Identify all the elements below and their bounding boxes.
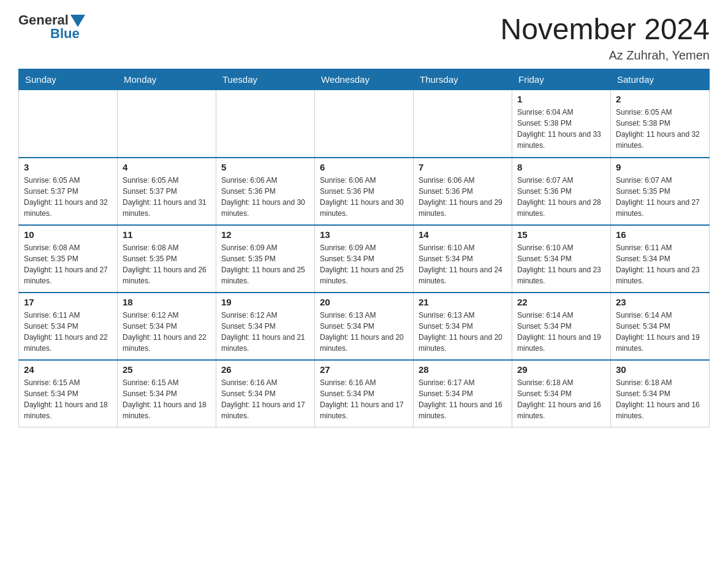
- calendar-cell: 29Sunrise: 6:18 AM Sunset: 5:34 PM Dayli…: [512, 360, 611, 427]
- calendar-cell: 1Sunrise: 6:04 AM Sunset: 5:38 PM Daylig…: [512, 90, 611, 158]
- header-friday: Friday: [512, 69, 611, 90]
- header-saturday: Saturday: [611, 69, 710, 90]
- day-number: 28: [419, 364, 507, 375]
- day-info: Sunrise: 6:08 AM Sunset: 5:35 PM Dayligh…: [123, 242, 211, 286]
- week-row-1: 1Sunrise: 6:04 AM Sunset: 5:38 PM Daylig…: [19, 90, 710, 158]
- calendar-cell: 13Sunrise: 6:09 AM Sunset: 5:34 PM Dayli…: [315, 225, 414, 293]
- header-monday: Monday: [118, 69, 216, 90]
- page-header: General Blue November 2024 Az Zuhrah, Ye…: [18, 12, 710, 63]
- day-info: Sunrise: 6:08 AM Sunset: 5:35 PM Dayligh…: [24, 242, 112, 286]
- day-number: 16: [616, 229, 704, 240]
- calendar-cell: 11Sunrise: 6:08 AM Sunset: 5:35 PM Dayli…: [118, 225, 216, 293]
- calendar-cell: 25Sunrise: 6:15 AM Sunset: 5:34 PM Dayli…: [118, 360, 216, 427]
- day-info: Sunrise: 6:04 AM Sunset: 5:38 PM Dayligh…: [517, 107, 605, 151]
- weekday-header-row: Sunday Monday Tuesday Wednesday Thursday…: [19, 69, 710, 90]
- day-info: Sunrise: 6:06 AM Sunset: 5:36 PM Dayligh…: [320, 175, 408, 219]
- day-number: 7: [419, 162, 507, 172]
- logo-triangle-icon: [70, 15, 85, 27]
- header-wednesday: Wednesday: [315, 69, 414, 90]
- logo: General Blue: [18, 12, 87, 42]
- day-info: Sunrise: 6:06 AM Sunset: 5:36 PM Dayligh…: [221, 175, 309, 219]
- calendar-cell: 28Sunrise: 6:17 AM Sunset: 5:34 PM Dayli…: [414, 360, 512, 427]
- calendar-cell: 17Sunrise: 6:11 AM Sunset: 5:34 PM Dayli…: [19, 293, 118, 360]
- day-number: 30: [616, 364, 704, 375]
- day-info: Sunrise: 6:07 AM Sunset: 5:36 PM Dayligh…: [517, 175, 605, 219]
- day-number: 11: [123, 229, 211, 240]
- day-number: 3: [24, 162, 112, 172]
- day-info: Sunrise: 6:06 AM Sunset: 5:36 PM Dayligh…: [419, 175, 507, 219]
- day-info: Sunrise: 6:09 AM Sunset: 5:35 PM Dayligh…: [221, 242, 309, 286]
- day-info: Sunrise: 6:05 AM Sunset: 5:38 PM Dayligh…: [616, 107, 704, 151]
- day-number: 10: [24, 229, 112, 240]
- day-number: 17: [24, 297, 112, 307]
- day-number: 2: [616, 94, 704, 104]
- day-number: 13: [320, 229, 408, 240]
- day-info: Sunrise: 6:11 AM Sunset: 5:34 PM Dayligh…: [24, 310, 112, 354]
- day-number: 14: [419, 229, 507, 240]
- day-number: 26: [221, 364, 309, 375]
- day-info: Sunrise: 6:16 AM Sunset: 5:34 PM Dayligh…: [320, 377, 408, 421]
- day-info: Sunrise: 6:18 AM Sunset: 5:34 PM Dayligh…: [616, 377, 704, 421]
- day-info: Sunrise: 6:10 AM Sunset: 5:34 PM Dayligh…: [517, 242, 605, 286]
- day-info: Sunrise: 6:05 AM Sunset: 5:37 PM Dayligh…: [24, 175, 112, 219]
- day-number: 6: [320, 162, 408, 172]
- day-number: 5: [221, 162, 309, 172]
- day-number: 18: [123, 297, 211, 307]
- calendar-cell: 20Sunrise: 6:13 AM Sunset: 5:34 PM Dayli…: [315, 293, 414, 360]
- day-number: 19: [221, 297, 309, 307]
- calendar-cell: 2Sunrise: 6:05 AM Sunset: 5:38 PM Daylig…: [611, 90, 710, 158]
- day-info: Sunrise: 6:12 AM Sunset: 5:34 PM Dayligh…: [123, 310, 211, 354]
- day-number: 25: [123, 364, 211, 375]
- week-row-5: 24Sunrise: 6:15 AM Sunset: 5:34 PM Dayli…: [19, 360, 710, 427]
- day-info: Sunrise: 6:16 AM Sunset: 5:34 PM Dayligh…: [221, 377, 309, 421]
- location-subtitle: Az Zuhrah, Yemen: [500, 48, 710, 63]
- calendar-cell: 12Sunrise: 6:09 AM Sunset: 5:35 PM Dayli…: [216, 225, 315, 293]
- day-number: 15: [517, 229, 605, 240]
- logo-blue-text: Blue: [50, 26, 80, 42]
- day-number: 23: [616, 297, 704, 307]
- calendar-cell: 21Sunrise: 6:13 AM Sunset: 5:34 PM Dayli…: [414, 293, 512, 360]
- calendar-cell: 8Sunrise: 6:07 AM Sunset: 5:36 PM Daylig…: [512, 158, 611, 225]
- calendar-cell: [19, 90, 118, 158]
- day-info: Sunrise: 6:12 AM Sunset: 5:34 PM Dayligh…: [221, 310, 309, 354]
- day-info: Sunrise: 6:17 AM Sunset: 5:34 PM Dayligh…: [419, 377, 507, 421]
- day-info: Sunrise: 6:07 AM Sunset: 5:35 PM Dayligh…: [616, 175, 704, 219]
- calendar-cell: [315, 90, 414, 158]
- header-sunday: Sunday: [19, 69, 118, 90]
- day-info: Sunrise: 6:13 AM Sunset: 5:34 PM Dayligh…: [419, 310, 507, 354]
- day-number: 27: [320, 364, 408, 375]
- day-number: 24: [24, 364, 112, 375]
- day-info: Sunrise: 6:05 AM Sunset: 5:37 PM Dayligh…: [123, 175, 211, 219]
- day-number: 29: [517, 364, 605, 375]
- day-info: Sunrise: 6:14 AM Sunset: 5:34 PM Dayligh…: [616, 310, 704, 354]
- day-info: Sunrise: 6:15 AM Sunset: 5:34 PM Dayligh…: [24, 377, 112, 421]
- day-info: Sunrise: 6:15 AM Sunset: 5:34 PM Dayligh…: [123, 377, 211, 421]
- day-number: 8: [517, 162, 605, 172]
- week-row-2: 3Sunrise: 6:05 AM Sunset: 5:37 PM Daylig…: [19, 158, 710, 225]
- day-info: Sunrise: 6:09 AM Sunset: 5:34 PM Dayligh…: [320, 242, 408, 286]
- calendar-table: Sunday Monday Tuesday Wednesday Thursday…: [18, 69, 710, 427]
- header-thursday: Thursday: [414, 69, 512, 90]
- day-info: Sunrise: 6:13 AM Sunset: 5:34 PM Dayligh…: [320, 310, 408, 354]
- calendar-cell: 30Sunrise: 6:18 AM Sunset: 5:34 PM Dayli…: [611, 360, 710, 427]
- calendar-cell: [118, 90, 216, 158]
- title-block: November 2024 Az Zuhrah, Yemen: [500, 12, 710, 63]
- calendar-cell: [216, 90, 315, 158]
- calendar-cell: 4Sunrise: 6:05 AM Sunset: 5:37 PM Daylig…: [118, 158, 216, 225]
- calendar-cell: 10Sunrise: 6:08 AM Sunset: 5:35 PM Dayli…: [19, 225, 118, 293]
- calendar-cell: 22Sunrise: 6:14 AM Sunset: 5:34 PM Dayli…: [512, 293, 611, 360]
- calendar-cell: 9Sunrise: 6:07 AM Sunset: 5:35 PM Daylig…: [611, 158, 710, 225]
- week-row-4: 17Sunrise: 6:11 AM Sunset: 5:34 PM Dayli…: [19, 293, 710, 360]
- calendar-cell: 14Sunrise: 6:10 AM Sunset: 5:34 PM Dayli…: [414, 225, 512, 293]
- day-number: 1: [517, 94, 605, 104]
- calendar-cell: 18Sunrise: 6:12 AM Sunset: 5:34 PM Dayli…: [118, 293, 216, 360]
- calendar-cell: 23Sunrise: 6:14 AM Sunset: 5:34 PM Dayli…: [611, 293, 710, 360]
- day-number: 4: [123, 162, 211, 172]
- month-title: November 2024: [500, 12, 710, 46]
- calendar-cell: 24Sunrise: 6:15 AM Sunset: 5:34 PM Dayli…: [19, 360, 118, 427]
- day-info: Sunrise: 6:10 AM Sunset: 5:34 PM Dayligh…: [419, 242, 507, 286]
- day-info: Sunrise: 6:18 AM Sunset: 5:34 PM Dayligh…: [517, 377, 605, 421]
- week-row-3: 10Sunrise: 6:08 AM Sunset: 5:35 PM Dayli…: [19, 225, 710, 293]
- day-number: 20: [320, 297, 408, 307]
- day-number: 21: [419, 297, 507, 307]
